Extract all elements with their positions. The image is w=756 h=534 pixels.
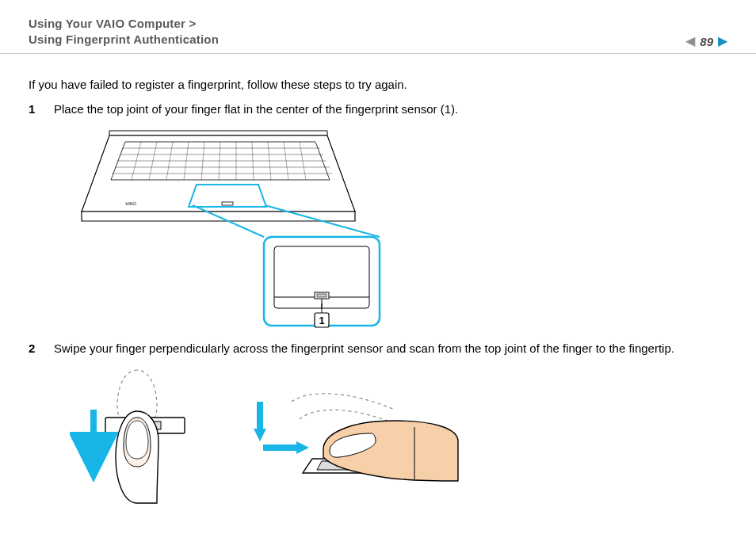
prev-page-icon[interactable]: ◀ xyxy=(685,35,695,48)
svg-rect-21 xyxy=(222,202,233,205)
svg-marker-0 xyxy=(109,131,327,135)
laptop-illustration: VAIO xyxy=(82,131,355,221)
step-2: 2 Swipe your finger perpendicularly acro… xyxy=(29,340,727,357)
step-number: 2 xyxy=(29,340,40,357)
intro-text: If you have failed to register a fingerp… xyxy=(29,76,727,93)
swipe-side-view xyxy=(254,394,458,481)
figure-laptop-sensor: VAIO 1 xyxy=(70,126,387,332)
svg-text:VAIO: VAIO xyxy=(125,201,136,206)
sensor-detail-box: 1 xyxy=(264,237,380,327)
swipe-top-view xyxy=(87,370,185,503)
svg-marker-39 xyxy=(254,429,266,441)
svg-marker-41 xyxy=(296,441,309,454)
next-page-icon[interactable]: ▶ xyxy=(718,35,727,48)
figure-swipe-direction xyxy=(70,362,466,505)
callout-label-1: 1 xyxy=(319,315,324,326)
page-number: 89 xyxy=(700,35,713,48)
page-header: Using Your VAIO Computer > Using Fingerp… xyxy=(0,0,756,54)
step-1: 1 Place the top joint of your finger fla… xyxy=(29,101,727,118)
step-text: Swipe your finger perpendicularly across… xyxy=(54,340,727,357)
step-number: 1 xyxy=(29,101,40,118)
page-controls: ◀ 89 ▶ xyxy=(685,35,727,48)
page-content: If you have failed to register a fingerp… xyxy=(0,54,756,505)
step-text: Place the top joint of your finger flat … xyxy=(54,101,727,118)
breadcrumb: Using Your VAIO Computer > Using Fingerp… xyxy=(29,16,727,48)
svg-rect-30 xyxy=(317,294,326,297)
svg-marker-37 xyxy=(87,456,100,468)
breadcrumb-line2: Using Fingerprint Authentication xyxy=(29,32,727,48)
breadcrumb-line1: Using Your VAIO Computer > xyxy=(29,16,727,32)
